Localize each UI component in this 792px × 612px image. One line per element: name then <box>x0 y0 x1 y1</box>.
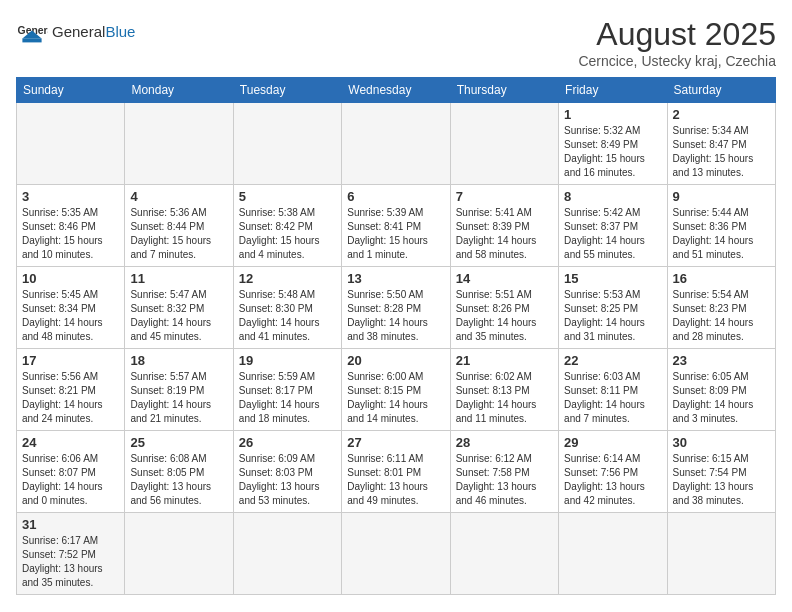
calendar-cell: 24Sunrise: 6:06 AM Sunset: 8:07 PM Dayli… <box>17 431 125 513</box>
day-number: 30 <box>673 435 770 450</box>
calendar-cell: 27Sunrise: 6:11 AM Sunset: 8:01 PM Dayli… <box>342 431 450 513</box>
calendar-cell: 2Sunrise: 5:34 AM Sunset: 8:47 PM Daylig… <box>667 103 775 185</box>
day-info: Sunrise: 6:14 AM Sunset: 7:56 PM Dayligh… <box>564 452 661 508</box>
day-number: 31 <box>22 517 119 532</box>
calendar-cell: 16Sunrise: 5:54 AM Sunset: 8:23 PM Dayli… <box>667 267 775 349</box>
day-number: 4 <box>130 189 227 204</box>
day-number: 12 <box>239 271 336 286</box>
col-header-monday: Monday <box>125 78 233 103</box>
calendar-cell: 30Sunrise: 6:15 AM Sunset: 7:54 PM Dayli… <box>667 431 775 513</box>
calendar-cell: 6Sunrise: 5:39 AM Sunset: 8:41 PM Daylig… <box>342 185 450 267</box>
day-info: Sunrise: 5:59 AM Sunset: 8:17 PM Dayligh… <box>239 370 336 426</box>
month-title: August 2025 <box>578 16 776 53</box>
calendar-cell: 23Sunrise: 6:05 AM Sunset: 8:09 PM Dayli… <box>667 349 775 431</box>
calendar-cell: 1Sunrise: 5:32 AM Sunset: 8:49 PM Daylig… <box>559 103 667 185</box>
calendar-cell <box>17 103 125 185</box>
day-info: Sunrise: 6:03 AM Sunset: 8:11 PM Dayligh… <box>564 370 661 426</box>
calendar-cell: 13Sunrise: 5:50 AM Sunset: 8:28 PM Dayli… <box>342 267 450 349</box>
day-info: Sunrise: 6:11 AM Sunset: 8:01 PM Dayligh… <box>347 452 444 508</box>
calendar-header-row: SundayMondayTuesdayWednesdayThursdayFrid… <box>17 78 776 103</box>
calendar-week-row: 3Sunrise: 5:35 AM Sunset: 8:46 PM Daylig… <box>17 185 776 267</box>
day-number: 2 <box>673 107 770 122</box>
day-number: 17 <box>22 353 119 368</box>
day-number: 15 <box>564 271 661 286</box>
day-info: Sunrise: 5:51 AM Sunset: 8:26 PM Dayligh… <box>456 288 553 344</box>
day-number: 8 <box>564 189 661 204</box>
calendar-week-row: 1Sunrise: 5:32 AM Sunset: 8:49 PM Daylig… <box>17 103 776 185</box>
day-info: Sunrise: 5:39 AM Sunset: 8:41 PM Dayligh… <box>347 206 444 262</box>
calendar-table: SundayMondayTuesdayWednesdayThursdayFrid… <box>16 77 776 595</box>
day-number: 1 <box>564 107 661 122</box>
day-info: Sunrise: 5:35 AM Sunset: 8:46 PM Dayligh… <box>22 206 119 262</box>
calendar-cell: 29Sunrise: 6:14 AM Sunset: 7:56 PM Dayli… <box>559 431 667 513</box>
day-info: Sunrise: 6:17 AM Sunset: 7:52 PM Dayligh… <box>22 534 119 590</box>
calendar-cell: 14Sunrise: 5:51 AM Sunset: 8:26 PM Dayli… <box>450 267 558 349</box>
day-number: 6 <box>347 189 444 204</box>
day-number: 23 <box>673 353 770 368</box>
day-number: 18 <box>130 353 227 368</box>
day-number: 10 <box>22 271 119 286</box>
calendar-cell: 19Sunrise: 5:59 AM Sunset: 8:17 PM Dayli… <box>233 349 341 431</box>
calendar-cell: 26Sunrise: 6:09 AM Sunset: 8:03 PM Dayli… <box>233 431 341 513</box>
calendar-week-row: 31Sunrise: 6:17 AM Sunset: 7:52 PM Dayli… <box>17 513 776 595</box>
calendar-cell <box>667 513 775 595</box>
calendar-cell <box>342 513 450 595</box>
day-info: Sunrise: 5:32 AM Sunset: 8:49 PM Dayligh… <box>564 124 661 180</box>
calendar-cell <box>125 103 233 185</box>
day-info: Sunrise: 6:15 AM Sunset: 7:54 PM Dayligh… <box>673 452 770 508</box>
day-info: Sunrise: 6:00 AM Sunset: 8:15 PM Dayligh… <box>347 370 444 426</box>
day-number: 26 <box>239 435 336 450</box>
location-subtitle: Cerncice, Ustecky kraj, Czechia <box>578 53 776 69</box>
calendar-cell: 11Sunrise: 5:47 AM Sunset: 8:32 PM Dayli… <box>125 267 233 349</box>
calendar-cell: 10Sunrise: 5:45 AM Sunset: 8:34 PM Dayli… <box>17 267 125 349</box>
calendar-cell: 28Sunrise: 6:12 AM Sunset: 7:58 PM Dayli… <box>450 431 558 513</box>
logo: General GeneralBlue <box>16 16 135 48</box>
day-number: 5 <box>239 189 336 204</box>
day-number: 19 <box>239 353 336 368</box>
day-info: Sunrise: 6:05 AM Sunset: 8:09 PM Dayligh… <box>673 370 770 426</box>
day-info: Sunrise: 5:34 AM Sunset: 8:47 PM Dayligh… <box>673 124 770 180</box>
day-number: 27 <box>347 435 444 450</box>
col-header-sunday: Sunday <box>17 78 125 103</box>
calendar-cell <box>450 513 558 595</box>
logo-icon: General <box>16 16 48 48</box>
day-number: 21 <box>456 353 553 368</box>
day-number: 11 <box>130 271 227 286</box>
calendar-cell: 8Sunrise: 5:42 AM Sunset: 8:37 PM Daylig… <box>559 185 667 267</box>
logo-blue: Blue <box>105 23 135 40</box>
day-info: Sunrise: 5:57 AM Sunset: 8:19 PM Dayligh… <box>130 370 227 426</box>
col-header-saturday: Saturday <box>667 78 775 103</box>
calendar-cell: 25Sunrise: 6:08 AM Sunset: 8:05 PM Dayli… <box>125 431 233 513</box>
day-number: 20 <box>347 353 444 368</box>
calendar-cell: 12Sunrise: 5:48 AM Sunset: 8:30 PM Dayli… <box>233 267 341 349</box>
calendar-cell: 5Sunrise: 5:38 AM Sunset: 8:42 PM Daylig… <box>233 185 341 267</box>
day-number: 16 <box>673 271 770 286</box>
calendar-cell: 3Sunrise: 5:35 AM Sunset: 8:46 PM Daylig… <box>17 185 125 267</box>
calendar-cell: 31Sunrise: 6:17 AM Sunset: 7:52 PM Dayli… <box>17 513 125 595</box>
calendar-cell <box>233 103 341 185</box>
day-number: 25 <box>130 435 227 450</box>
day-info: Sunrise: 6:02 AM Sunset: 8:13 PM Dayligh… <box>456 370 553 426</box>
day-info: Sunrise: 5:45 AM Sunset: 8:34 PM Dayligh… <box>22 288 119 344</box>
calendar-cell: 15Sunrise: 5:53 AM Sunset: 8:25 PM Dayli… <box>559 267 667 349</box>
day-number: 28 <box>456 435 553 450</box>
calendar-cell: 21Sunrise: 6:02 AM Sunset: 8:13 PM Dayli… <box>450 349 558 431</box>
col-header-thursday: Thursday <box>450 78 558 103</box>
calendar-cell: 4Sunrise: 5:36 AM Sunset: 8:44 PM Daylig… <box>125 185 233 267</box>
day-info: Sunrise: 5:50 AM Sunset: 8:28 PM Dayligh… <box>347 288 444 344</box>
title-block: August 2025 Cerncice, Ustecky kraj, Czec… <box>578 16 776 69</box>
day-info: Sunrise: 6:09 AM Sunset: 8:03 PM Dayligh… <box>239 452 336 508</box>
day-number: 3 <box>22 189 119 204</box>
calendar-cell: 9Sunrise: 5:44 AM Sunset: 8:36 PM Daylig… <box>667 185 775 267</box>
day-info: Sunrise: 5:42 AM Sunset: 8:37 PM Dayligh… <box>564 206 661 262</box>
day-number: 13 <box>347 271 444 286</box>
calendar-cell: 7Sunrise: 5:41 AM Sunset: 8:39 PM Daylig… <box>450 185 558 267</box>
col-header-friday: Friday <box>559 78 667 103</box>
calendar-week-row: 10Sunrise: 5:45 AM Sunset: 8:34 PM Dayli… <box>17 267 776 349</box>
day-info: Sunrise: 5:47 AM Sunset: 8:32 PM Dayligh… <box>130 288 227 344</box>
calendar-cell <box>233 513 341 595</box>
day-number: 24 <box>22 435 119 450</box>
calendar-cell <box>125 513 233 595</box>
calendar-cell <box>559 513 667 595</box>
day-number: 14 <box>456 271 553 286</box>
